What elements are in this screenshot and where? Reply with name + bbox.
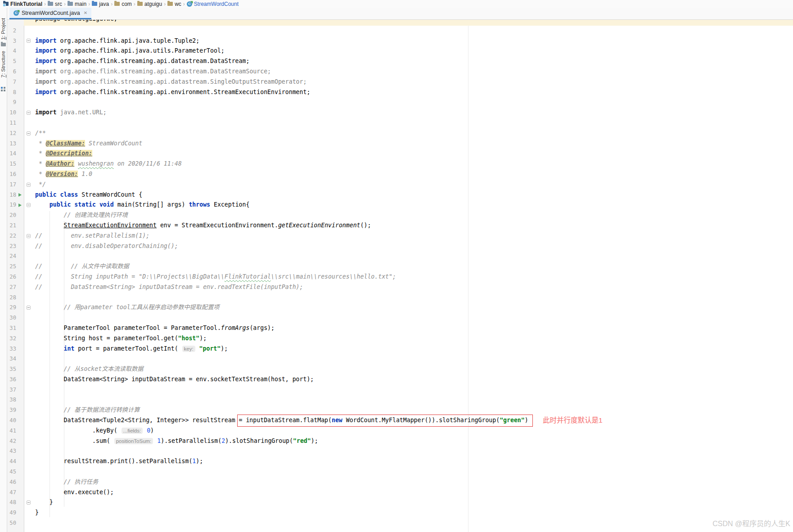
code-line[interactable]: 48 }: [7, 497, 793, 508]
code-line[interactable]: 4import org.apache.flink.api.java.utils.…: [7, 46, 793, 56]
line-number[interactable]: 37: [7, 385, 16, 395]
run-icon[interactable]: [18, 203, 22, 207]
code-line[interactable]: 14 * @Description:: [7, 149, 793, 159]
fold-icon[interactable]: [27, 39, 31, 43]
code-line[interactable]: 28: [7, 293, 793, 303]
run-icon[interactable]: [18, 193, 22, 197]
breadcrumb-item-wc[interactable]: wc: [167, 1, 181, 7]
code-line[interactable]: 32 String host = parameterTool.get("host…: [7, 334, 793, 344]
code-line[interactable]: 43: [7, 446, 793, 456]
breadcrumb-item-flinktutorial[interactable]: FlinkTutorial: [3, 1, 42, 7]
code-line[interactable]: 40 DataStream<Tuple2<String, Integer>> r…: [7, 415, 793, 426]
code-line[interactable]: 35 // 从socket文本流读取数据: [7, 364, 793, 374]
code-line[interactable]: 46 // 执行任务: [7, 477, 793, 487]
line-number[interactable]: 29: [7, 302, 16, 313]
line-number[interactable]: 2: [7, 26, 16, 36]
code-line[interactable]: 10import java.net.URL;: [7, 108, 793, 118]
line-number[interactable]: 46: [7, 477, 16, 487]
code-line[interactable]: 26// String inputPath = "D:\\Projects\\B…: [7, 272, 793, 282]
code-line[interactable]: 50: [7, 518, 793, 528]
code-line[interactable]: 23// env.disableOperatorChaining();: [7, 241, 793, 252]
line-number[interactable]: 39: [7, 405, 16, 415]
fold-icon[interactable]: [27, 500, 31, 505]
breadcrumb-item-streamwordcount[interactable]: CStreamWordCount: [187, 1, 239, 7]
line-number[interactable]: 17: [7, 180, 16, 190]
line-number[interactable]: 12: [7, 128, 16, 139]
code-line[interactable]: 20 // 创建流处理执行环境: [7, 210, 793, 221]
breadcrumb-item-src[interactable]: src: [48, 1, 62, 7]
line-number[interactable]: 18: [7, 190, 16, 200]
code-line[interactable]: 41 .keyBy( ...fields: 0): [7, 426, 793, 436]
line-number[interactable]: 13: [7, 139, 16, 149]
line-number[interactable]: 5: [7, 56, 16, 67]
breadcrumb-item-main[interactable]: main: [68, 1, 86, 7]
line-number[interactable]: 11: [7, 118, 16, 128]
line-number[interactable]: 4: [7, 46, 16, 56]
code-line[interactable]: 47 env.execute();: [7, 487, 793, 498]
line-number[interactable]: 38: [7, 395, 16, 405]
code-line[interactable]: 6import org.apache.flink.streaming.api.d…: [7, 67, 793, 77]
line-number[interactable]: 50: [7, 518, 16, 528]
code-line[interactable]: 37: [7, 385, 793, 395]
code-line[interactable]: 13 * @ClassName: StreamWordCount: [7, 139, 793, 149]
line-number[interactable]: 3: [7, 36, 16, 46]
line-number[interactable]: 27: [7, 282, 16, 293]
code-line[interactable]: 19 public static void main(String[] args…: [7, 200, 793, 210]
code-line[interactable]: 12/**: [7, 128, 793, 139]
line-number[interactable]: 8: [7, 87, 16, 98]
code-line[interactable]: 22// env.setParallelism(1);: [7, 231, 793, 241]
line-number[interactable]: 48: [7, 497, 16, 508]
code-line[interactable]: 25// // 从文件中读取数据: [7, 261, 793, 272]
code-line[interactable]: 29 // 用parameter tool工具从程序启动参数中提取配置项: [7, 302, 793, 313]
code-line[interactable]: 42 .sum( positionToSum: 1).setParallelis…: [7, 436, 793, 446]
line-number[interactable]: 31: [7, 323, 16, 334]
breadcrumb-item-java[interactable]: java: [92, 1, 109, 7]
fold-icon[interactable]: [27, 306, 31, 310]
code-line[interactable]: 11: [7, 118, 793, 128]
breadcrumb-item-com[interactable]: com: [114, 1, 132, 7]
line-number[interactable]: 33: [7, 344, 16, 354]
code-line[interactable]: 3import org.apache.flink.api.java.tuple.…: [7, 36, 793, 46]
line-number[interactable]: 44: [7, 456, 16, 467]
line-number[interactable]: 36: [7, 374, 16, 385]
line-number[interactable]: 9: [7, 97, 16, 108]
line-number[interactable]: 14: [7, 149, 16, 159]
code-line[interactable]: 31 ParameterTool parameterTool = Paramet…: [7, 323, 793, 334]
line-number[interactable]: 7: [7, 77, 16, 87]
fold-icon[interactable]: [27, 131, 31, 135]
code-line[interactable]: 16 * @Version: 1.0: [7, 169, 793, 180]
line-number[interactable]: 25: [7, 261, 16, 272]
code-line[interactable]: 17 */: [7, 180, 793, 190]
line-number[interactable]: 15: [7, 159, 16, 169]
fold-icon[interactable]: [27, 183, 31, 187]
line-number[interactable]: 43: [7, 446, 16, 456]
line-number[interactable]: 35: [7, 364, 16, 374]
line-number[interactable]: 10: [7, 108, 16, 118]
line-number[interactable]: 23: [7, 241, 16, 252]
tab-streamwordcount-java[interactable]: C StreamWordCount.java ✕: [9, 8, 91, 19]
close-icon[interactable]: ✕: [84, 10, 87, 15]
line-number[interactable]: 16: [7, 169, 16, 180]
line-number[interactable]: 40: [7, 415, 16, 426]
code-line[interactable]: 27// DataStream<String> inputDataStream …: [7, 282, 793, 293]
line-number[interactable]: 24: [7, 251, 16, 261]
line-number[interactable]: 42: [7, 436, 16, 446]
code-line[interactable]: 44 resultStream.print().setParallelism(1…: [7, 456, 793, 467]
code-line[interactable]: 39 // 基于数据流进行转换计算: [7, 405, 793, 415]
fold-icon[interactable]: [27, 234, 31, 238]
line-number[interactable]: 49: [7, 508, 16, 518]
sidebar-item-structure[interactable]: 7: Structure: [0, 51, 6, 77]
line-number[interactable]: 19: [7, 200, 16, 210]
code-line[interactable]: 9: [7, 97, 793, 108]
line-number[interactable]: 28: [7, 293, 16, 303]
fold-icon[interactable]: [27, 111, 31, 115]
code-line[interactable]: 33 int port = parameterTool.getInt( key:…: [7, 344, 793, 354]
code-line[interactable]: 49}: [7, 508, 793, 518]
line-number[interactable]: 21: [7, 221, 16, 231]
code-line[interactable]: 21 StreamExecutionEnvironment env = Stre…: [7, 221, 793, 231]
line-number[interactable]: 26: [7, 272, 16, 282]
editor[interactable]: package com.atguigu.wc; 23import org.apa…: [7, 20, 793, 532]
line-number[interactable]: 45: [7, 467, 16, 477]
breadcrumb-item-atguigu[interactable]: atguigu: [137, 1, 162, 7]
code-line[interactable]: 36 DataStream<String> inputDataStream = …: [7, 374, 793, 385]
